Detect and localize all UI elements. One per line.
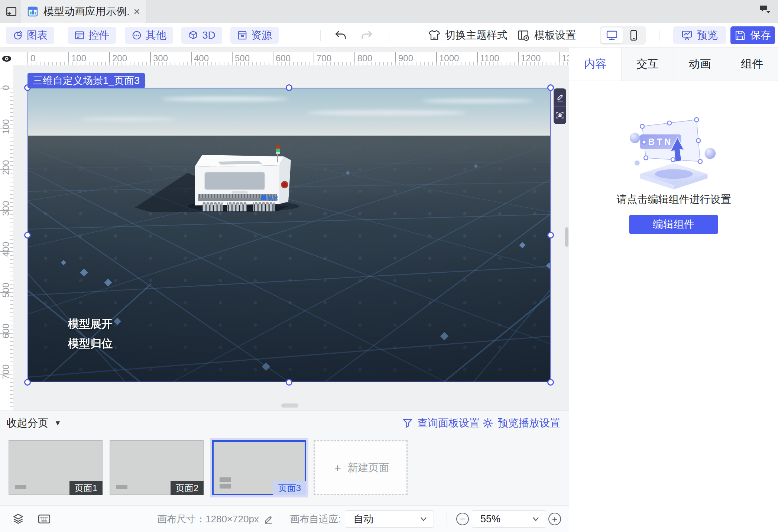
scene-button-reset[interactable]: 模型归位 [68, 336, 113, 351]
scene-canvas[interactable]: 帆软 模型展开 模型归位 [27, 88, 551, 382]
thumb-placeholder-bar [220, 484, 231, 489]
selection-handle-bottom-left[interactable] [24, 379, 31, 386]
tab-animation[interactable]: 动画 [674, 48, 726, 81]
shortcuts-button[interactable] [37, 512, 51, 526]
edit-canvas-size-button[interactable] [263, 513, 274, 525]
selection-handle-top-right[interactable] [547, 84, 554, 91]
canvas-fit-dropdown[interactable]: 自动 [345, 510, 434, 528]
panel-collapse-handle[interactable] [281, 403, 298, 408]
page-thumbnail-2[interactable]: 页面2 [110, 440, 204, 495]
mobile-view-button[interactable] [623, 27, 644, 43]
chevron-down-icon [532, 515, 540, 523]
zoom-in-button[interactable]: + [548, 513, 561, 525]
app-window: 模型动画应用示例.fvs × 图表 控件 其他 [0, 0, 778, 532]
desktop-view-button[interactable] [601, 27, 623, 43]
canvas-size-group: 画布尺寸： 1280×720px [157, 506, 274, 532]
vertical-ruler: 0 100 200 300 400 500 600 700 [0, 65, 13, 411]
page-thumbnail-1[interactable]: 页面1 [9, 440, 103, 495]
tab-components[interactable]: 组件 [726, 48, 778, 81]
zoom-level-dropdown[interactable]: 55% [472, 510, 546, 528]
chevron-down-icon [419, 515, 428, 523]
selection-label-badge[interactable]: 三维自定义场景1_页面3 [27, 73, 145, 88]
component-mini-toolbar [554, 88, 566, 124]
file-icon [27, 6, 38, 17]
save-button[interactable]: 保存 [730, 26, 775, 44]
ruler-corner [0, 52, 13, 65]
tshirt-icon [428, 29, 441, 42]
collapse-pages-button[interactable]: 收起分页 ▼ [7, 416, 61, 430]
tab-content[interactable]: 内容 [569, 48, 622, 81]
other-insert-button[interactable]: 其他 [125, 27, 173, 44]
resource-insert-button[interactable]: 资源 [230, 27, 279, 44]
statusbar-separator [279, 512, 279, 526]
window-menu-icon[interactable] [757, 3, 772, 18]
template-settings-button[interactable]: 模板设置 [517, 28, 576, 42]
layers-icon [12, 513, 24, 525]
chart-insert-button[interactable]: 图表 [6, 27, 54, 44]
page-panel: 收起分页 ▼ 查询面板设置 预览播放设置 页面1 页面2 页面3 ＋ 新建页面 [0, 411, 569, 505]
scene-button-expand[interactable]: 模型展开 [68, 317, 113, 332]
selection-handle-mid-right[interactable] [547, 232, 554, 239]
fit-label: 画布自适应: [290, 506, 341, 532]
tab-bar: 模型动画应用示例.fvs × [0, 0, 778, 23]
page-label: 页面1 [69, 481, 103, 495]
page-thumbnail-3-selected[interactable]: 页面3 [212, 440, 306, 495]
focus-preview-icon-button[interactable] [554, 106, 566, 124]
layers-button[interactable] [11, 512, 25, 526]
selection-handle-bottom-center[interactable] [286, 379, 292, 386]
empty-state-caption: 请点击编辑组件进行设置 [569, 192, 778, 207]
triangle-down-icon: ▼ [54, 419, 61, 427]
redo-icon [360, 30, 373, 41]
undo-button[interactable] [334, 29, 349, 42]
canvas-size-label: 画布尺寸： [157, 513, 205, 526]
save-icon [735, 30, 746, 41]
status-bar: 画布尺寸： 1280×720px 画布自适应: 自动 − 55% + [0, 505, 569, 532]
new-page-button[interactable]: ＋ 新建页面 [314, 440, 408, 495]
mobile-icon [628, 30, 639, 41]
filter-icon [402, 418, 413, 428]
widget-icon [74, 30, 85, 40]
pie-chart-icon [13, 30, 23, 40]
selection-handle-bottom-right[interactable] [547, 379, 554, 386]
widget-insert-button[interactable]: 控件 [68, 27, 116, 44]
toolbar: 图表 控件 其他 3D 资源 [0, 23, 778, 48]
zoom-out-button[interactable]: − [456, 513, 469, 525]
toolbar-separator [659, 30, 659, 41]
focus-eye-icon [555, 111, 564, 120]
tab-interaction[interactable]: 交互 [622, 48, 674, 81]
toolbar-separator [389, 30, 389, 41]
eye-icon [1, 54, 12, 63]
empty-state-illustration: BTN [630, 115, 718, 192]
properties-panel: 内容 交互 动画 组件 BTN [569, 48, 778, 532]
more-circle-icon [132, 30, 142, 40]
redo-button[interactable] [359, 29, 374, 42]
plus-icon: ＋ [332, 460, 343, 476]
edit-component-button[interactable]: 编辑组件 [629, 215, 718, 234]
3d-insert-button[interactable]: 3D [181, 27, 222, 44]
page-label: 页面3 [273, 481, 306, 495]
file-tab-title: 模型动画应用示例.fvs [43, 4, 130, 19]
cube-icon [188, 30, 198, 40]
template-gear-icon [517, 29, 530, 42]
new-tab-button[interactable] [4, 4, 19, 19]
preview-play-settings-button[interactable]: 预览播放设置 [482, 416, 560, 430]
canvas-size-value: 1280×720px [205, 513, 259, 525]
query-panel-settings-button[interactable]: 查询面板设置 [402, 416, 480, 430]
new-window-icon [5, 5, 17, 18]
preview-button[interactable]: 预览 [673, 26, 726, 44]
thumb-placeholder-bar [116, 485, 127, 489]
undo-icon [335, 30, 347, 41]
canvas-scrollbar[interactable] [565, 227, 568, 247]
close-icon[interactable]: × [133, 6, 140, 17]
panel-tabs: 内容 交互 动画 组件 [569, 48, 778, 81]
scene-sky [28, 88, 550, 136]
thumb-placeholder-bar [220, 477, 231, 482]
theme-style-button[interactable]: 切换主题样式 [428, 28, 508, 42]
statusbar-separator [447, 512, 447, 526]
selection-handle-top-center[interactable] [286, 84, 292, 91]
presentation-icon [681, 30, 693, 41]
selection-handle-mid-left[interactable] [24, 232, 31, 239]
scene-ground: 帆软 模型展开 模型归位 [28, 136, 550, 382]
file-tab[interactable]: 模型动画应用示例.fvs × [21, 0, 146, 23]
edit-component-icon-button[interactable] [554, 88, 566, 106]
